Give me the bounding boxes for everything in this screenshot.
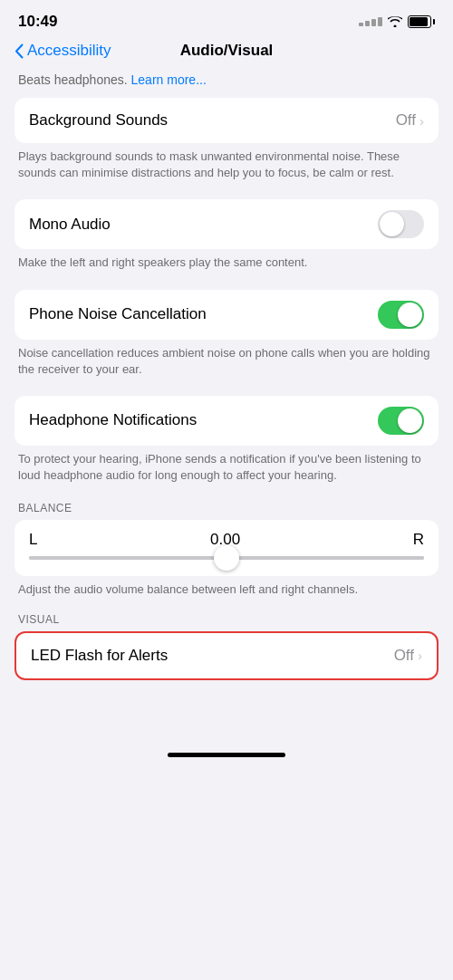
mono-audio-label: Mono Audio (29, 216, 111, 234)
background-sounds-label: Background Sounds (29, 111, 168, 130)
status-icons (359, 15, 435, 28)
background-sounds-value-group: Off › (396, 111, 424, 130)
led-flash-card: LED Flash for Alerts Off › (14, 631, 439, 680)
balance-desc: Adjust the audio volume balance between … (0, 576, 453, 609)
headphone-notifications-desc: To protect your hearing, iPhone sends a … (0, 446, 453, 495)
mono-audio-row[interactable]: Mono Audio (14, 199, 439, 249)
headphone-notifications-row[interactable]: Headphone Notifications (14, 396, 439, 446)
chevron-left-icon (14, 43, 24, 59)
background-sounds-desc: Plays background sounds to mask unwanted… (0, 143, 453, 192)
background-sounds-card: Background Sounds Off › (14, 98, 439, 143)
headphone-notifications-card: Headphone Notifications (14, 396, 439, 446)
headphone-notifications-section: Headphone Notifications To protect your … (0, 396, 453, 495)
phone-noise-desc: Noise cancellation reduces ambient noise… (0, 340, 453, 389)
chevron-right-icon: › (419, 113, 424, 129)
visual-section: VISUAL LED Flash for Alerts Off › (0, 613, 453, 680)
phone-noise-label: Phone Noise Cancellation (29, 305, 207, 323)
headphone-notifications-label: Headphone Notifications (29, 411, 197, 429)
intro-text: Beats headphones. Learn more... (0, 67, 453, 98)
wifi-icon (388, 16, 402, 27)
slider-fill-right (226, 556, 424, 560)
slider-fill-left (29, 556, 226, 560)
mono-audio-desc: Make the left and right speakers play th… (0, 249, 453, 282)
mono-audio-toggle[interactable] (378, 210, 424, 238)
slider-thumb (214, 545, 239, 571)
toggle-thumb (380, 212, 404, 236)
mono-audio-section: Mono Audio Make the left and right speak… (0, 199, 453, 282)
phone-noise-section: Phone Noise Cancellation Noise cancellat… (0, 290, 453, 389)
visual-section-label: VISUAL (0, 613, 453, 631)
nav-bar: Accessibility Audio/Visual (0, 36, 453, 67)
background-sounds-value: Off (396, 111, 416, 130)
balance-section-label: BALANCE (0, 502, 453, 520)
page-title: Audio/Visual (180, 42, 274, 60)
phone-noise-toggle[interactable] (378, 301, 424, 329)
headphone-notifications-toggle[interactable] (378, 407, 424, 435)
led-flash-label: LED Flash for Alerts (31, 647, 168, 665)
balance-left-label: L (29, 531, 37, 549)
led-flash-value: Off (394, 647, 414, 665)
intro-prefix: Beats headphones. (18, 72, 128, 87)
background-sounds-section: Background Sounds Off › Plays background… (0, 98, 453, 192)
led-flash-row[interactable]: LED Flash for Alerts Off › (16, 633, 437, 678)
background-sounds-row[interactable]: Background Sounds Off › (14, 98, 439, 143)
status-time: 10:49 (18, 13, 57, 31)
balance-section: BALANCE L 0.00 R Adjust the audio volume… (0, 502, 453, 609)
phone-noise-card: Phone Noise Cancellation (14, 290, 439, 340)
balance-slider[interactable] (29, 556, 424, 560)
battery-icon (408, 15, 435, 28)
status-bar: 10:49 (0, 0, 453, 36)
phone-noise-row[interactable]: Phone Noise Cancellation (14, 290, 439, 340)
back-button[interactable]: Accessibility (14, 42, 111, 60)
signal-icon (359, 17, 382, 26)
balance-card: L 0.00 R (14, 520, 439, 576)
led-flash-value-group: Off › (394, 647, 422, 665)
back-label: Accessibility (27, 42, 111, 60)
balance-right-label: R (413, 531, 424, 549)
learn-more-link[interactable]: Learn more... (131, 72, 207, 87)
home-bar (168, 753, 285, 757)
toggle-thumb (398, 303, 422, 327)
home-indicator (0, 735, 453, 766)
chevron-right-icon: › (418, 648, 422, 663)
toggle-thumb (398, 408, 422, 433)
mono-audio-card: Mono Audio (14, 199, 439, 249)
